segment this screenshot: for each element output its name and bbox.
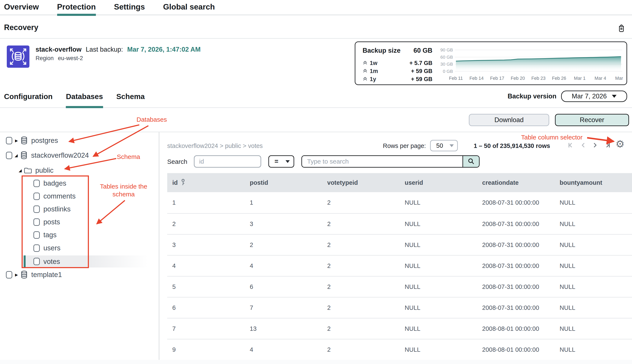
table-row: 322NULL2008-07-31 00:00:00NULL [167, 234, 632, 255]
operator-select[interactable]: = [268, 155, 294, 168]
table-cell: NULL [400, 283, 477, 290]
checkbox[interactable] [34, 180, 40, 187]
tab-configuration[interactable]: Configuration [4, 90, 52, 105]
chevron-right-icon[interactable]: ▸ [15, 138, 18, 144]
search-column-input[interactable] [194, 155, 261, 168]
chevron-expanded-icon[interactable]: ◢ [19, 168, 22, 172]
annotation-tables-line1: Tables inside the [100, 183, 147, 190]
active-tab-underline [66, 106, 103, 108]
table-cell: 1 [245, 199, 322, 206]
checkbox[interactable] [34, 192, 40, 200]
delta-period: 1y [370, 76, 376, 82]
tree-table-users[interactable]: users [0, 242, 159, 254]
tree-label: public [35, 166, 54, 174]
delta-value: + 5.7 GB [409, 60, 432, 66]
backup-name-row: stack-overflow Last backup: Mar 7, 2026,… [36, 46, 201, 53]
nav-protection[interactable]: Protection [57, 0, 96, 15]
last-page-button[interactable] [604, 142, 611, 149]
checkbox[interactable] [6, 271, 12, 278]
tree-table-posts[interactable]: posts [0, 216, 159, 228]
checkbox[interactable] [6, 152, 12, 159]
rows-per-page-select[interactable]: 50 [430, 140, 458, 151]
checkbox[interactable] [34, 206, 40, 213]
growth-icon [362, 60, 368, 66]
delta-value: + 59 GB [411, 76, 432, 82]
annotation-tables-line2: schema [112, 191, 134, 198]
annotation-schema: Schema [117, 153, 140, 161]
tree-label: stackoverflow2024 [31, 151, 89, 159]
tab-schema[interactable]: Schema [116, 90, 145, 105]
search-icon [468, 158, 475, 166]
table-cell: NULL [554, 242, 632, 248]
table-cell: 2 [322, 242, 400, 248]
table-cell: 7 [167, 325, 245, 332]
backup-growth-chart: 0 GB30 GB60 GB90 GBFeb 11Feb 14Feb 17Feb… [437, 46, 624, 82]
nav-settings[interactable]: Settings [114, 0, 145, 15]
search-button[interactable] [462, 156, 479, 167]
column-header-creationdate: creationdate [477, 179, 554, 186]
search-input[interactable] [302, 156, 462, 167]
table-cell: NULL [554, 199, 632, 206]
checkbox[interactable] [34, 258, 40, 265]
chevron-expanded-icon[interactable]: ◢ [14, 154, 18, 158]
rows-per-page-label: Rows per page: [383, 142, 426, 150]
table-cell: NULL [400, 262, 477, 270]
tab-configuration-label: Configuration [4, 92, 52, 100]
delete-backup-button[interactable] [617, 24, 626, 33]
chevron-right-icon[interactable]: ▸ [15, 272, 18, 278]
checkbox[interactable] [6, 137, 12, 144]
previous-page-button[interactable] [580, 142, 587, 149]
column-header-id: id [167, 178, 245, 187]
tree-table-tags[interactable]: tags [0, 229, 159, 241]
tree-table-postlinks[interactable]: postlinks [0, 203, 159, 215]
first-page-button[interactable] [568, 142, 575, 149]
table-cell: NULL [400, 242, 477, 248]
column-header-userid: userid [400, 179, 477, 186]
checkbox[interactable] [34, 244, 40, 252]
column-header-postid: postid [245, 179, 322, 186]
tree-label: users [44, 244, 60, 252]
tree-label: comments [44, 192, 76, 200]
database-app-icon [7, 46, 30, 68]
backup-version-select[interactable]: Mar 7, 2026 [561, 90, 627, 102]
column-selector-gear-icon[interactable]: ⚙ [616, 139, 624, 149]
tree-db-postgres[interactable]: ▸ postgres [0, 134, 159, 146]
table-cell: NULL [400, 220, 477, 228]
table-cell: 2 [322, 346, 400, 353]
tree-schema-public[interactable]: ◢ public [0, 164, 159, 176]
table-cell: 1 [167, 199, 245, 206]
last-backup-value: Mar 7, 2026, 1:47:02 AM [127, 46, 201, 53]
table-cell: 5 [167, 283, 245, 290]
svg-text:Feb 23: Feb 23 [532, 76, 546, 81]
svg-text:Feb 20: Feb 20 [511, 76, 525, 81]
table-cell: 6 [245, 283, 322, 290]
page-title: Recovery [4, 23, 38, 32]
section-tabs-row: Configuration Databases Schema Backup ve… [0, 90, 632, 108]
folder-icon [24, 167, 32, 174]
table-content-panel: stackoverflow2024 > public > votes Rows … [160, 132, 632, 360]
table-cell: 3 [167, 242, 245, 248]
table-cell: 9 [167, 346, 245, 353]
checkbox[interactable] [34, 231, 40, 239]
table-row: 562NULL2008-07-31 00:00:00NULL [167, 276, 632, 297]
tree-table-votes[interactable]: votes [0, 256, 159, 268]
growth-icon [362, 76, 368, 82]
primary-key-icon [180, 178, 186, 187]
table-cell: 2 [322, 325, 400, 332]
table-cell: 2008-07-31 00:00:00 [477, 220, 554, 228]
region-row: Region eu-west-2 [36, 55, 83, 62]
nav-global-search[interactable]: Global search [163, 0, 215, 15]
growth-icon [362, 68, 368, 74]
download-button[interactable]: Download [469, 114, 549, 126]
tree-label: tags [44, 231, 56, 239]
tree-db-template1[interactable]: ▸ template1 [0, 269, 159, 280]
recover-button[interactable]: Recover [555, 114, 629, 126]
delta-period: 1m [370, 68, 378, 74]
tree-label: posts [44, 218, 60, 226]
tab-databases[interactable]: Databases [66, 90, 103, 105]
svg-text:Feb 14: Feb 14 [470, 76, 484, 81]
next-page-button[interactable] [592, 142, 599, 149]
svg-text:90 GB: 90 GB [440, 48, 453, 52]
checkbox[interactable] [34, 218, 40, 226]
nav-overview[interactable]: Overview [4, 0, 39, 15]
